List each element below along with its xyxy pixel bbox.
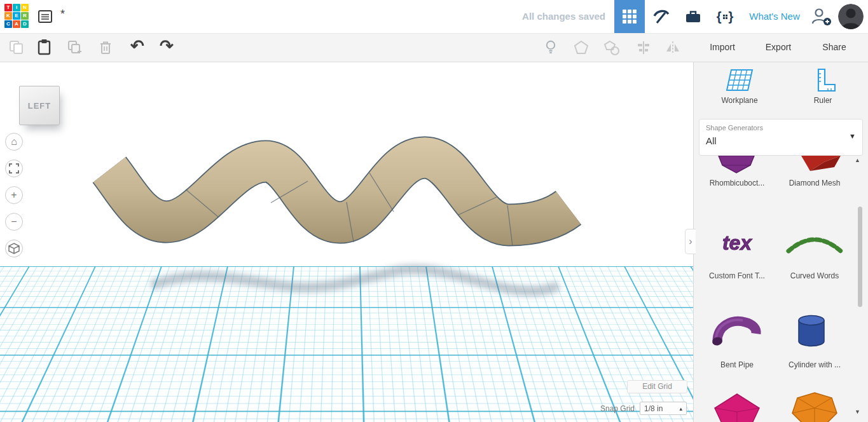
dashboard-grid-button[interactable] bbox=[614, 0, 645, 33]
top-bar: TINKERCAD * All changes saved {} What's … bbox=[0, 0, 868, 34]
delete-button[interactable] bbox=[97, 39, 114, 57]
shape-item-partial[interactable] bbox=[699, 389, 775, 422]
zoom-in-icon: + bbox=[11, 190, 17, 200]
shape-item-label: Curved Words bbox=[776, 271, 853, 280]
user-avatar[interactable] bbox=[838, 4, 864, 29]
scrollbar-thumb[interactable] bbox=[858, 207, 862, 307]
invite-collaborator-button[interactable] bbox=[810, 7, 832, 26]
duplicate-button[interactable] bbox=[66, 39, 84, 57]
duplicate-icon bbox=[67, 39, 83, 56]
logo-tile: T bbox=[4, 4, 12, 11]
zoom-out-button[interactable]: − bbox=[5, 213, 23, 231]
scrollbar-up-button[interactable]: ▲ bbox=[855, 157, 860, 163]
shape-item-bent-pipe[interactable] bbox=[699, 310, 775, 350]
unsaved-indicator: * bbox=[60, 8, 65, 21]
logo-tile: E bbox=[13, 12, 20, 20]
undo-button[interactable]: ↶ bbox=[128, 37, 146, 55]
home-view-button[interactable]: ⌂ bbox=[5, 133, 23, 151]
align-button[interactable] bbox=[635, 39, 652, 57]
export-button[interactable]: Export bbox=[755, 38, 801, 57]
bent-pipe-icon bbox=[702, 310, 772, 350]
design-properties-button[interactable] bbox=[37, 8, 53, 25]
shape-item-diamond-mesh[interactable] bbox=[776, 156, 853, 176]
save-status: All changes saved bbox=[522, 11, 605, 22]
shape-item-label: Custom Font T... bbox=[699, 271, 775, 280]
copy-icon bbox=[8, 39, 25, 56]
object-shadow bbox=[151, 269, 558, 291]
group-icon bbox=[573, 39, 589, 56]
mirror-flip-icon bbox=[665, 40, 681, 55]
undo-icon: ↶ bbox=[130, 37, 144, 55]
logo-tile: N bbox=[21, 4, 29, 11]
paste-button[interactable] bbox=[36, 38, 53, 56]
dropdown-caret-icon: ▼ bbox=[849, 132, 856, 140]
zoom-in-button[interactable]: + bbox=[5, 186, 23, 204]
person-add-icon bbox=[810, 7, 832, 26]
properties-list-icon bbox=[37, 8, 53, 25]
viewport-3d[interactable]: LEFT ⌂ + − Edit Grid Snap Grid 1/8 in ▴ bbox=[0, 62, 693, 422]
ungroup-icon bbox=[603, 39, 620, 56]
workplane-tool[interactable]: Workplane bbox=[701, 68, 778, 105]
scroll-up-icon: ▲ bbox=[855, 157, 860, 163]
avatar-photo bbox=[838, 4, 864, 29]
scene-3d bbox=[0, 62, 693, 422]
chevron-right-icon: › bbox=[689, 236, 692, 247]
shape-item-label: Diamond Mesh bbox=[776, 179, 853, 187]
shape-item-cylinder[interactable] bbox=[776, 310, 853, 350]
shapes-panel: Workplane Ruler Shape Generators All ▼ R… bbox=[693, 62, 868, 422]
scrollbar-down-button[interactable]: ▼ bbox=[855, 409, 860, 415]
share-button[interactable]: Share bbox=[811, 38, 857, 57]
rhombicuboctahedron-icon bbox=[702, 156, 772, 176]
logo-tile: R bbox=[21, 12, 29, 20]
fit-view-icon bbox=[9, 163, 19, 174]
shape-item-custom-font-text[interactable]: tex bbox=[699, 222, 775, 262]
redo-button[interactable]: ↷ bbox=[158, 37, 176, 55]
codeblocks-button[interactable]: {} bbox=[710, 0, 740, 33]
align-icon bbox=[636, 40, 651, 55]
svg-text:tex: tex bbox=[722, 231, 752, 254]
logo-tile: I bbox=[13, 4, 20, 11]
workplane-view-button[interactable] bbox=[5, 240, 23, 257]
scroll-down-icon: ▼ bbox=[855, 409, 860, 415]
logo-tile: K bbox=[4, 12, 12, 20]
workplane-tool-label: Workplane bbox=[721, 96, 757, 105]
mirror-button[interactable] bbox=[664, 39, 682, 57]
shape-generators-label: Shape Generators bbox=[706, 124, 763, 132]
show-hide-button[interactable] bbox=[542, 38, 560, 56]
shape-generators-dropdown[interactable]: Shape Generators All ▼ bbox=[699, 119, 863, 156]
snap-grid-caret-icon: ▴ bbox=[679, 405, 682, 412]
shape-item-label: Cylinder with ... bbox=[776, 360, 853, 369]
fit-view-button[interactable] bbox=[5, 160, 23, 177]
ungroup-button[interactable] bbox=[603, 39, 621, 57]
briefcase-icon bbox=[685, 9, 701, 24]
pickaxe-icon bbox=[653, 8, 670, 25]
edit-grid-button[interactable]: Edit Grid bbox=[627, 380, 687, 393]
snap-grid-value: 1/8 in bbox=[644, 404, 663, 413]
tinker-button[interactable] bbox=[646, 0, 677, 33]
import-button[interactable]: Import bbox=[699, 38, 745, 57]
shape-item-curved-words[interactable] bbox=[776, 222, 853, 262]
pink-polyhedron-icon bbox=[702, 389, 772, 422]
shape-item-rhombicuboctahedron[interactable] bbox=[699, 156, 775, 176]
logo-tile: C bbox=[4, 20, 12, 28]
custom-font-text-icon: tex bbox=[702, 222, 772, 262]
wave-tube-object[interactable] bbox=[109, 158, 568, 246]
edit-toolbar: ↶ ↷ Import Export Shar bbox=[0, 33, 868, 62]
copy-button[interactable] bbox=[8, 39, 25, 57]
projects-button[interactable] bbox=[678, 0, 708, 33]
whats-new-link[interactable]: What's New bbox=[743, 0, 806, 33]
tinkercad-logo[interactable]: TINKERCAD bbox=[4, 4, 29, 28]
ruler-tool[interactable]: Ruler bbox=[785, 68, 861, 105]
grid-icon bbox=[623, 10, 637, 24]
snap-grid-select[interactable]: 1/8 in ▴ bbox=[640, 402, 687, 415]
group-button[interactable] bbox=[572, 39, 590, 57]
workplane-icon bbox=[725, 68, 754, 92]
ruler-icon bbox=[810, 68, 836, 92]
collapse-panel-button[interactable]: › bbox=[685, 229, 696, 254]
lightbulb-icon bbox=[543, 39, 558, 55]
view-cube[interactable]: LEFT bbox=[19, 86, 60, 125]
shape-item-partial[interactable] bbox=[776, 389, 853, 422]
logo-tile: D bbox=[21, 20, 29, 28]
diamond-mesh-icon bbox=[780, 156, 850, 176]
orange-polyhedron-icon bbox=[780, 389, 850, 422]
